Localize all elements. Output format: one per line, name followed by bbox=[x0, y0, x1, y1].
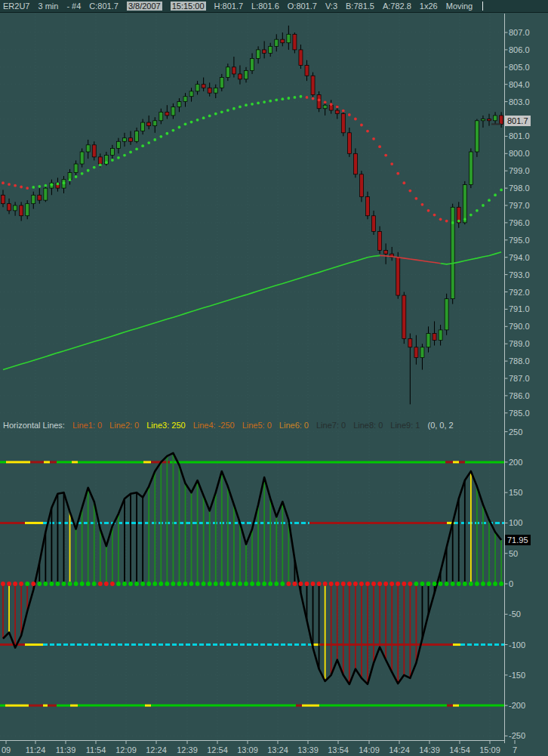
svg-text:-200: -200 bbox=[509, 701, 525, 710]
svg-text:11:24: 11:24 bbox=[26, 745, 46, 754]
svg-text:0: 0 bbox=[509, 579, 513, 588]
symbol-label: ER2U7 bbox=[3, 2, 29, 11]
svg-text:798.0: 798.0 bbox=[509, 184, 530, 193]
svg-text:14:24: 14:24 bbox=[389, 745, 410, 754]
svg-text:793.0: 793.0 bbox=[509, 270, 530, 279]
svg-text:09: 09 bbox=[2, 745, 11, 754]
sheet-label: - #4 bbox=[66, 2, 81, 11]
svg-text:14:09: 14:09 bbox=[359, 745, 380, 754]
open-value: O:801.7 bbox=[288, 2, 317, 11]
svg-text:14:39: 14:39 bbox=[419, 745, 440, 754]
hline-param-9: Line9: 1 bbox=[390, 421, 420, 431]
svg-text:794.0: 794.0 bbox=[509, 253, 530, 262]
hline-param-10: (0, 0, 2 bbox=[427, 421, 453, 431]
svg-text:789.0: 789.0 bbox=[509, 339, 530, 348]
svg-text:-150: -150 bbox=[509, 671, 525, 680]
interval-label: 3 min bbox=[38, 2, 58, 11]
volume-value: V:3 bbox=[325, 2, 337, 11]
date-value: 3/8/2007 bbox=[127, 2, 162, 11]
svg-text:11:54: 11:54 bbox=[86, 745, 106, 754]
hline-param-1: Line1: 0 bbox=[72, 421, 102, 431]
horizontal-lines-settings-row: Horizontal Lines: Line1: 0Line2: 0Line3:… bbox=[3, 421, 531, 431]
svg-text:795.0: 795.0 bbox=[509, 236, 530, 245]
svg-text:804.0: 804.0 bbox=[509, 80, 530, 89]
ask-value: A:782.8 bbox=[383, 2, 411, 11]
svg-text:15:09: 15:09 bbox=[479, 745, 500, 754]
svg-text:200: 200 bbox=[509, 458, 522, 467]
hline-param-4: Line4: -250 bbox=[193, 421, 235, 431]
svg-text:12:24: 12:24 bbox=[146, 745, 167, 754]
oscillator-value-badge: 71.95 bbox=[505, 535, 531, 545]
svg-text:12:39: 12:39 bbox=[177, 745, 198, 754]
svg-text:807.0: 807.0 bbox=[509, 28, 530, 37]
svg-text:13:54: 13:54 bbox=[328, 745, 349, 754]
svg-text:13:09: 13:09 bbox=[237, 745, 258, 754]
svg-text:792.0: 792.0 bbox=[509, 288, 530, 297]
svg-text:-50: -50 bbox=[509, 609, 521, 619]
last-price-badge: 801.7 bbox=[505, 116, 531, 126]
svg-text:806.0: 806.0 bbox=[509, 45, 530, 54]
svg-text:801.0: 801.0 bbox=[509, 131, 530, 140]
svg-text:805.0: 805.0 bbox=[509, 63, 530, 72]
hline-param-8: Line8: 0 bbox=[353, 421, 383, 431]
svg-text:14:54: 14:54 bbox=[449, 745, 470, 754]
svg-text:785.0: 785.0 bbox=[509, 409, 530, 418]
horizontal-lines-label: Horizontal Lines: bbox=[3, 421, 65, 431]
hline-param-2: Line2: 0 bbox=[109, 421, 139, 431]
svg-text:12:09: 12:09 bbox=[115, 745, 137, 754]
svg-text:13:39: 13:39 bbox=[297, 745, 319, 754]
hline-param-5: Line5: 0 bbox=[242, 421, 272, 431]
svg-text:797.0: 797.0 bbox=[509, 201, 530, 210]
svg-text:50: 50 bbox=[509, 549, 518, 558]
status-text: Moving bbox=[446, 2, 473, 11]
svg-text:788.0: 788.0 bbox=[509, 356, 530, 366]
text-cursor bbox=[482, 2, 483, 11]
chart-header-bar: ER2U7 3 min - #4 C:801.7 3/8/2007 15:15:… bbox=[0, 0, 548, 13]
svg-text:150: 150 bbox=[509, 488, 522, 497]
svg-text:791.0: 791.0 bbox=[509, 304, 530, 313]
svg-text:796.0: 796.0 bbox=[509, 218, 530, 227]
size-value: 1x26 bbox=[420, 2, 438, 11]
svg-text:803.0: 803.0 bbox=[509, 97, 530, 106]
svg-text:790.0: 790.0 bbox=[509, 322, 530, 331]
svg-text:-250: -250 bbox=[509, 731, 525, 740]
svg-text:13:24: 13:24 bbox=[267, 745, 288, 754]
high-value: H:801.7 bbox=[214, 2, 244, 11]
svg-text:100: 100 bbox=[509, 518, 522, 527]
bid-value: B:781.5 bbox=[346, 2, 374, 11]
svg-text:786.0: 786.0 bbox=[509, 391, 530, 400]
svg-text:11:39: 11:39 bbox=[56, 745, 76, 754]
svg-text:800.0: 800.0 bbox=[509, 149, 530, 158]
svg-text:12:54: 12:54 bbox=[207, 745, 228, 754]
svg-text:799.0: 799.0 bbox=[509, 166, 530, 175]
hline-param-6: Line6: 0 bbox=[279, 421, 309, 431]
chart-canvas[interactable]: 807.0806.0805.0804.0803.0802.0801.0800.0… bbox=[0, 0, 548, 756]
time-value: 15:15:00 bbox=[171, 2, 206, 11]
low-value: L:801.6 bbox=[251, 2, 279, 11]
hline-param-3: Line3: 250 bbox=[146, 421, 185, 431]
close-value: C:801.7 bbox=[89, 2, 119, 11]
hline-param-7: Line7: 0 bbox=[316, 421, 346, 431]
svg-text:7: 7 bbox=[513, 745, 517, 754]
svg-text:787.0: 787.0 bbox=[509, 374, 530, 383]
svg-text:-100: -100 bbox=[509, 640, 525, 650]
